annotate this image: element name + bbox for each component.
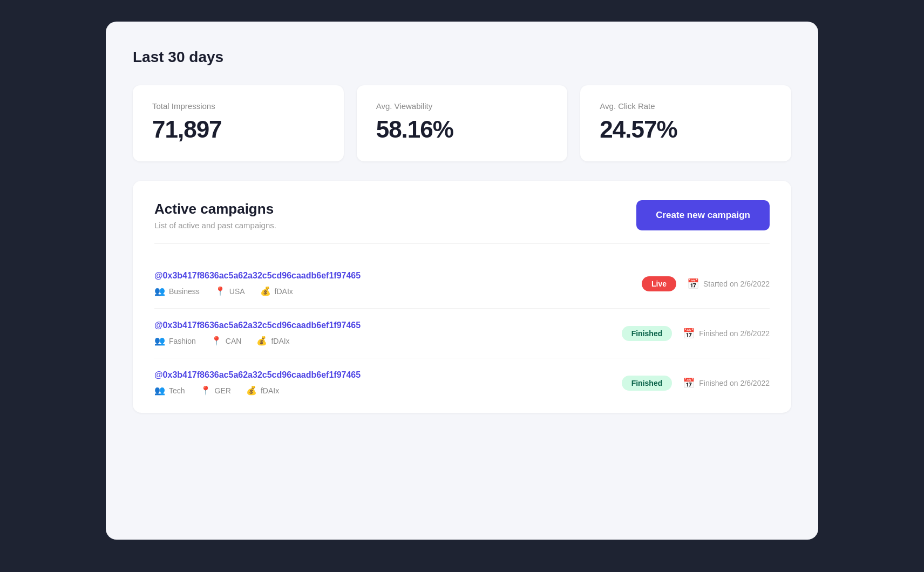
campaign-address[interactable]: @0x3b417f8636ac5a62a32c5cd96caadb6ef1f97…: [154, 370, 361, 380]
stat-label-2: Avg. Click Rate: [600, 101, 772, 111]
campaign-region: 📍 GER: [200, 385, 231, 396]
campaign-left: @0x3b417f8636ac5a62a32c5cd96caadb6ef1f97…: [154, 321, 361, 346]
campaign-meta: 👥 Fashion 📍 CAN 💰 fDAIx: [154, 336, 361, 346]
create-campaign-button[interactable]: Create new campaign: [636, 200, 770, 230]
campaign-category: 👥 Fashion: [154, 336, 196, 346]
campaign-token: 💰 fDAIx: [256, 336, 289, 346]
location-icon: 📍: [215, 286, 226, 296]
stat-card-1: Avg. Viewability 58.16%: [357, 85, 568, 161]
stat-card-2: Avg. Click Rate 24.57%: [580, 85, 791, 161]
campaign-row: @0x3b417f8636ac5a62a32c5cd96caadb6ef1f97…: [154, 308, 770, 358]
stat-label-0: Total Impressions: [152, 101, 324, 111]
stats-row: Total Impressions 71,897 Avg. Viewabilit…: [133, 85, 791, 161]
campaign-row: @0x3b417f8636ac5a62a32c5cd96caadb6ef1f97…: [154, 358, 770, 407]
location-icon: 📍: [200, 385, 211, 396]
stat-value-0: 71,897: [152, 116, 324, 143]
calendar-icon: 📅: [687, 278, 699, 290]
stat-label-1: Avg. Viewability: [376, 101, 548, 111]
location-icon: 📍: [211, 336, 222, 346]
campaign-meta: 👥 Business 📍 USA 💰 fDAIx: [154, 286, 361, 296]
campaigns-list: @0x3b417f8636ac5a62a32c5cd96caadb6ef1f97…: [154, 259, 770, 407]
stat-value-1: 58.16%: [376, 116, 548, 143]
campaign-token: 💰 fDAIx: [260, 286, 293, 296]
campaign-token: 💰 fDAIx: [246, 385, 279, 396]
campaign-date-text: Finished on 2/6/2022: [699, 329, 770, 338]
campaigns-header-left: Active campaigns List of active and past…: [154, 201, 276, 230]
page-title: Last 30 days: [133, 49, 791, 66]
campaign-right-group: Finished 📅 Finished on 2/6/2022: [622, 326, 770, 341]
campaign-row: @0x3b417f8636ac5a62a32c5cd96caadb6ef1f97…: [154, 259, 770, 308]
campaign-right-group: Live 📅 Started on 2/6/2022: [642, 276, 770, 291]
campaign-date: 📅 Finished on 2/6/2022: [683, 328, 770, 339]
campaign-region: 📍 CAN: [211, 336, 242, 346]
campaigns-header: Active campaigns List of active and past…: [154, 200, 770, 244]
campaign-status-badge: Live: [642, 276, 676, 291]
campaign-right-group: Finished 📅 Finished on 2/6/2022: [622, 376, 770, 391]
token-icon: 💰: [260, 286, 271, 296]
calendar-icon: 📅: [683, 377, 695, 389]
campaign-address[interactable]: @0x3b417f8636ac5a62a32c5cd96caadb6ef1f97…: [154, 271, 361, 281]
campaign-meta: 👥 Tech 📍 GER 💰 fDAIx: [154, 385, 361, 396]
people-icon: 👥: [154, 286, 165, 296]
campaigns-title: Active campaigns: [154, 201, 276, 217]
main-card: Last 30 days Total Impressions 71,897 Av…: [106, 22, 818, 540]
calendar-icon: 📅: [683, 328, 695, 339]
campaigns-subtitle: List of active and past campaigns.: [154, 221, 276, 230]
campaign-status-badge: Finished: [622, 376, 672, 391]
campaign-category: 👥 Tech: [154, 385, 185, 396]
campaign-date-text: Started on 2/6/2022: [703, 280, 770, 288]
people-icon: 👥: [154, 336, 165, 346]
campaign-date: 📅 Finished on 2/6/2022: [683, 377, 770, 389]
token-icon: 💰: [246, 385, 257, 396]
people-icon: 👥: [154, 385, 165, 396]
campaign-category: 👥 Business: [154, 286, 200, 296]
campaign-left: @0x3b417f8636ac5a62a32c5cd96caadb6ef1f97…: [154, 370, 361, 396]
campaign-address[interactable]: @0x3b417f8636ac5a62a32c5cd96caadb6ef1f97…: [154, 321, 361, 330]
token-icon: 💰: [256, 336, 267, 346]
campaign-date: 📅 Started on 2/6/2022: [687, 278, 770, 290]
campaign-date-text: Finished on 2/6/2022: [699, 379, 770, 387]
stat-card-0: Total Impressions 71,897: [133, 85, 344, 161]
campaigns-section: Active campaigns List of active and past…: [133, 181, 791, 413]
campaign-left: @0x3b417f8636ac5a62a32c5cd96caadb6ef1f97…: [154, 271, 361, 296]
campaign-region: 📍 USA: [215, 286, 245, 296]
campaign-status-badge: Finished: [622, 326, 672, 341]
stat-value-2: 24.57%: [600, 116, 772, 143]
